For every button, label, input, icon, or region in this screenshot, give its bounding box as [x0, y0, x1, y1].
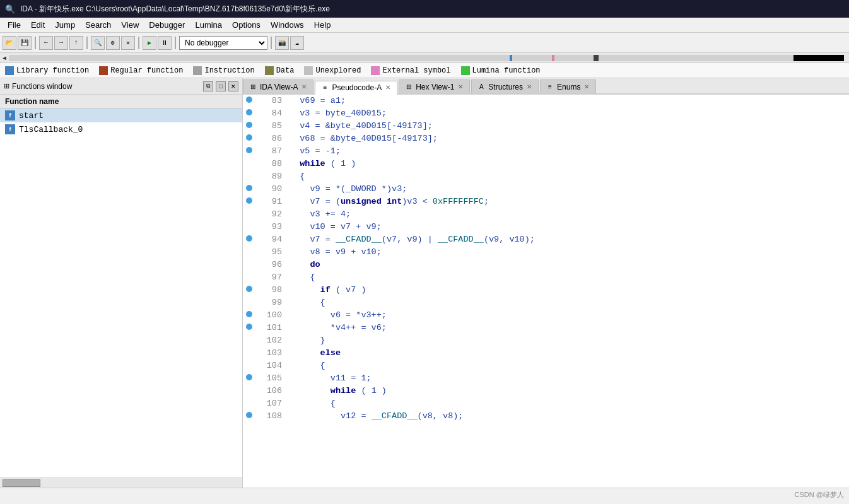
code-line-content: { — [287, 360, 849, 372]
legend-label: Lumina function — [472, 66, 541, 75]
panel-close-btn[interactable]: ✕ — [228, 81, 238, 91]
tab-enums[interactable]: ≡Enums✕ — [540, 79, 596, 93]
tab-label: IDA View-A — [260, 83, 298, 91]
toolbar-find-btn[interactable]: 🔍 — [91, 36, 105, 50]
breakpoint-dot-cell[interactable] — [243, 334, 255, 347]
code-line-content: do — [287, 259, 849, 271]
table-row: 83 v69 = a1; — [243, 95, 849, 107]
menu-item-debugger[interactable]: Debugger — [144, 19, 190, 31]
toolbar-pause-btn[interactable]: ⏸ — [158, 36, 172, 50]
menu-item-view[interactable]: View — [116, 19, 144, 31]
breakpoint-dot-cell[interactable] — [243, 132, 255, 145]
table-row: 101 *v4++ = v6; — [243, 322, 849, 334]
tab-close-btn[interactable]: ✕ — [583, 83, 590, 91]
code-table: 83 v69 = a1;84 v3 = byte_40D015;85 v4 = … — [243, 95, 849, 423]
nav-marker-blue — [510, 55, 512, 61]
toolbar-new-btn[interactable]: 📂 — [3, 36, 16, 50]
menu-item-jump[interactable]: Jump — [50, 19, 80, 31]
breakpoint-dot-cell[interactable] — [243, 309, 255, 322]
tab-ida-view-a[interactable]: ⊞IDA View-A✕ — [243, 79, 313, 93]
breakpoint-dot-cell[interactable] — [243, 183, 255, 196]
breakpoint-dot-cell[interactable] — [243, 385, 255, 397]
code-line-content: v3 = byte_40D015; — [287, 107, 849, 120]
toolbar-save-btn[interactable]: 💾 — [18, 36, 32, 50]
menu-item-edit[interactable]: Edit — [26, 19, 50, 31]
hscroll-thumb[interactable] — [3, 479, 40, 487]
legend-label: External symbol — [382, 66, 450, 75]
menu-item-help[interactable]: Help — [309, 19, 336, 31]
menu-item-lumina[interactable]: Lumina — [190, 19, 227, 31]
app-icon: 🔍 — [5, 4, 15, 14]
breakpoint-dot-cell[interactable] — [243, 360, 255, 372]
menu-item-windows[interactable]: Windows — [266, 19, 309, 31]
line-number: 106 — [255, 385, 287, 397]
toolbar-run-btn[interactable]: ▶ — [143, 36, 156, 50]
menu-item-search[interactable]: Search — [80, 19, 116, 31]
breakpoint-dot-cell[interactable] — [243, 410, 255, 423]
breakpoint-dot-cell[interactable] — [243, 221, 255, 233]
panel-float-btn[interactable]: ⧉ — [203, 81, 213, 91]
function-item-start[interactable]: fstart — [0, 108, 242, 122]
breakpoint-dot-cell[interactable] — [243, 158, 255, 170]
code-area[interactable]: 83 v69 = a1;84 v3 = byte_40D015;85 v4 = … — [243, 95, 849, 488]
toolbar-snap-btn[interactable]: 📸 — [275, 36, 289, 50]
breakpoint-dot-cell[interactable] — [243, 347, 255, 360]
code-line-content: v68 = &byte_40D015[-49173]; — [287, 132, 849, 145]
breakpoint-dot-cell[interactable] — [243, 233, 255, 246]
breakpoint-dot-cell[interactable] — [243, 107, 255, 120]
toolbar-back-btn[interactable]: ← — [39, 36, 53, 50]
toolbar-refs-btn[interactable]: ⚙ — [106, 36, 120, 50]
panel-max-btn[interactable]: □ — [216, 81, 226, 91]
breakpoint-dot-cell[interactable] — [243, 196, 255, 208]
breakpoint-dot-cell[interactable] — [243, 397, 255, 410]
legend-label: Unexplored — [315, 66, 361, 75]
breakpoint-dot-cell[interactable] — [243, 145, 255, 158]
line-number: 84 — [255, 107, 287, 120]
menu-item-options[interactable]: Options — [227, 19, 266, 31]
breakpoint-dot-cell[interactable] — [243, 284, 255, 296]
functions-scrollbar[interactable] — [0, 478, 242, 488]
table-row: 94 v7 = __CFADD__(v7, v9) | __CFADD__(v9… — [243, 233, 849, 246]
tab-structures[interactable]: AStructures✕ — [471, 79, 539, 93]
code-line-content: if ( v7 ) — [287, 284, 849, 296]
breakpoint-dot-cell[interactable] — [243, 322, 255, 334]
breakpoint-dot-cell[interactable] — [243, 246, 255, 259]
legend-color-box — [5, 66, 14, 75]
breakpoint-dot-cell[interactable] — [243, 296, 255, 309]
breakpoint-dot-cell[interactable] — [243, 95, 255, 107]
legend-color-box — [265, 66, 274, 75]
tab-close-btn[interactable]: ✕ — [384, 84, 392, 91]
toolbar-cross-btn[interactable]: ✕ — [121, 36, 135, 50]
nav-left-arrow[interactable]: ◀ — [3, 54, 6, 62]
tab-bar: ⊞IDA View-A✕≡Pseudocode-A✕⊟Hex View-1✕AS… — [243, 78, 849, 95]
tab-hex-view-1[interactable]: ⊟Hex View-1✕ — [399, 79, 470, 93]
menu-item-file[interactable]: File — [3, 19, 26, 31]
tab-close-btn[interactable]: ✕ — [457, 83, 464, 91]
breakpoint-dot-cell[interactable] — [243, 372, 255, 385]
breakpoint-dot-cell[interactable] — [243, 259, 255, 271]
panel-title-area: ⊞ Functions window — [4, 82, 72, 91]
code-line-content: v3 += 4; — [287, 208, 849, 221]
toolbar-fwd-btn[interactable]: → — [54, 36, 68, 50]
table-row: 106 while ( 1 ) — [243, 385, 849, 397]
toolbar-nav-btn[interactable]: ↑ — [69, 36, 83, 50]
tab-pseudocode-a[interactable]: ≡Pseudocode-A✕ — [315, 81, 397, 95]
functions-list[interactable]: fstartfTlsCallback_0 — [0, 108, 242, 478]
func-icon: f — [5, 124, 15, 134]
debugger-select[interactable]: No debugger — [179, 36, 267, 50]
breakpoint-dot-cell[interactable] — [243, 170, 255, 183]
legend-label: Data — [276, 66, 295, 75]
breakpoint-dot-cell[interactable] — [243, 271, 255, 284]
col-header-label: Function name — [5, 97, 59, 106]
legend-item: External symbol — [371, 66, 450, 75]
toolbar-lumina-btn[interactable]: ☁ — [290, 36, 304, 50]
breakpoint-dot — [246, 134, 252, 141]
breakpoint-dot-cell[interactable] — [243, 120, 255, 132]
breakpoint-dot-cell[interactable] — [243, 208, 255, 221]
function-item-TlsCallback_0[interactable]: fTlsCallback_0 — [0, 122, 242, 136]
code-line-content: { — [287, 170, 849, 183]
breakpoint-dot — [246, 286, 252, 292]
tab-close-btn[interactable]: ✕ — [525, 83, 533, 91]
tab-close-btn[interactable]: ✕ — [300, 83, 308, 91]
line-number: 101 — [255, 322, 287, 334]
